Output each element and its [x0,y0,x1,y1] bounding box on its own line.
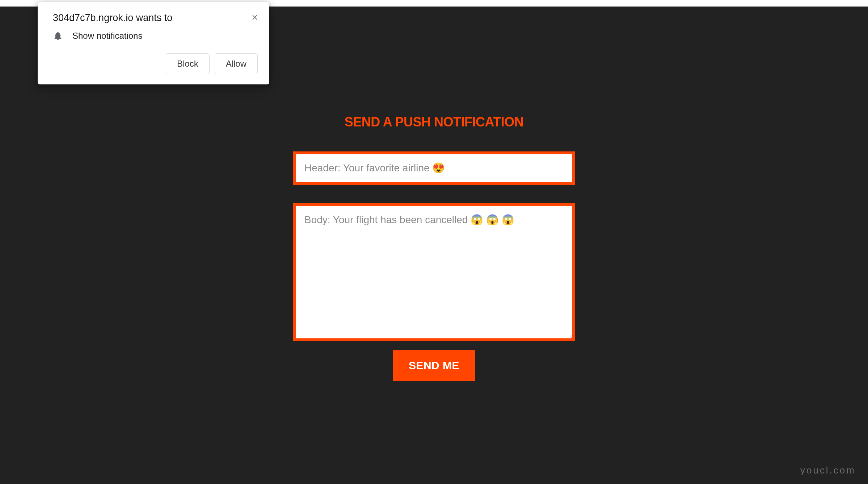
block-button[interactable]: Block [166,53,210,74]
push-notification-form: SEND A PUSH NOTIFICATION SEND ME [293,114,575,381]
permission-origin-text: 304d7c7b.ngrok.io wants to [49,12,258,24]
notification-permission-prompt: 304d7c7b.ngrok.io wants to Show notifica… [38,2,269,84]
body-textarea[interactable] [293,203,575,341]
allow-button[interactable]: Allow [215,53,258,74]
header-input[interactable] [293,151,575,185]
bell-icon [53,31,63,41]
watermark: youcl.com [800,465,856,476]
close-icon[interactable] [250,12,260,22]
send-button[interactable]: SEND ME [393,350,475,381]
form-title: SEND A PUSH NOTIFICATION [345,114,524,130]
permission-description: Show notifications [72,31,142,41]
permission-actions: Block Allow [49,53,258,74]
permission-body: Show notifications [49,31,258,41]
